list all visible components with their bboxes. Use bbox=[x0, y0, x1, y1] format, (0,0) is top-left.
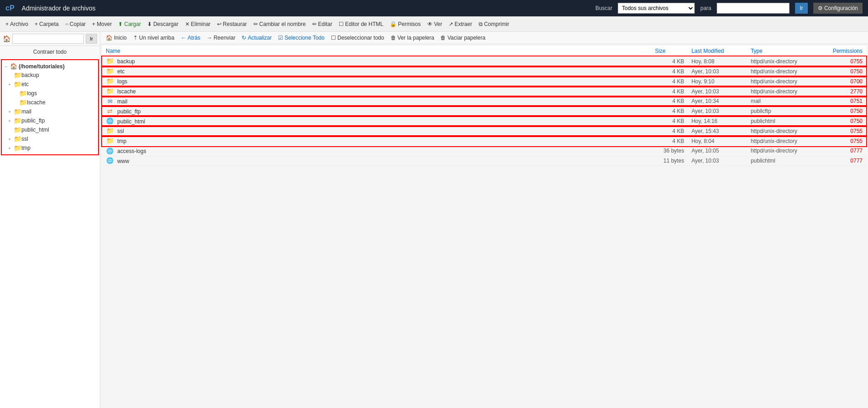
tree-item-backup[interactable]: 📁 backup bbox=[7, 71, 96, 80]
tree-root[interactable]: – 🏠 (/home/tutoriales) bbox=[4, 62, 96, 71]
file-name-cell: 🌐 public_html bbox=[102, 116, 651, 126]
tree-item-mail[interactable]: + 📁 mail bbox=[7, 107, 96, 116]
sidebar-tree: – 🏠 (/home/tutoriales) 📁 backup + 📁 etc … bbox=[2, 60, 98, 154]
table-row[interactable]: 📁 logs 4 KB Hoy, 9:10 httpd/unix-directo… bbox=[102, 76, 866, 87]
view-btn[interactable]: 👁 Ver bbox=[425, 20, 444, 28]
table-row[interactable]: 📁 ssl 4 KB Ayer, 15:43 httpd/unix-direct… bbox=[102, 126, 866, 136]
search-input[interactable] bbox=[717, 3, 790, 14]
file-type-cell: httpd/unix-directory bbox=[747, 87, 829, 97]
col-header-modified[interactable]: Last Modified bbox=[688, 46, 747, 56]
rename-btn[interactable]: ✏ Cambiar el nombre bbox=[252, 20, 308, 28]
select-all-btn[interactable]: ☑ Seleccione Todo bbox=[276, 34, 326, 42]
col-header-permissions[interactable]: Permissions bbox=[829, 46, 866, 56]
file-modified-cell: Ayer, 10:03 bbox=[688, 87, 747, 97]
file-modified-cell: Hoy, 14:16 bbox=[688, 116, 747, 126]
file-type-cell: httpd/unix-directory bbox=[747, 136, 829, 146]
trash-btn[interactable]: 🗑 Ver la papelera bbox=[389, 34, 436, 42]
sidebar: 🏠 Ir Contraer todo – 🏠 (/home/tutoriales… bbox=[0, 32, 100, 408]
table-row[interactable]: 🌐 public_html 4 KB Hoy, 14:16 publichtml… bbox=[102, 116, 866, 126]
sidebar-go-btn[interactable]: Ir bbox=[86, 34, 97, 44]
table-row[interactable]: 🌐 www 11 bytes Ayer, 10:03 publichtml 07… bbox=[102, 156, 866, 166]
tree-item-public-ftp[interactable]: + 📁 public_ftp bbox=[7, 116, 96, 125]
tree-item-lscache[interactable]: 📁 lscache bbox=[13, 98, 96, 107]
file-icon: 📁 bbox=[106, 68, 114, 74]
config-button[interactable]: ⚙ Configuración bbox=[813, 3, 863, 14]
col-header-size[interactable]: Size bbox=[651, 46, 688, 56]
refresh-btn[interactable]: ↻ Actualizar bbox=[240, 34, 274, 42]
file-icon: ⇄ bbox=[106, 108, 114, 114]
public-ftp-expand: + bbox=[8, 118, 14, 123]
file-permissions-cell: 0750 bbox=[829, 116, 866, 126]
tree-item-ssl[interactable]: + 📁 ssl bbox=[7, 134, 96, 143]
file-name-cell: ⇄ public_ftp bbox=[102, 106, 651, 116]
ir-button[interactable]: Ir bbox=[795, 3, 807, 14]
compress-btn[interactable]: ⧉ Comprimir bbox=[477, 20, 511, 28]
table-row[interactable]: 📁 lscache 4 KB Ayer, 10:03 httpd/unix-di… bbox=[102, 87, 866, 97]
file-permissions-cell: 0755 bbox=[829, 126, 866, 136]
tree-item-logs[interactable]: 📁 logs bbox=[13, 89, 96, 98]
sidebar-home-icon[interactable]: 🏠 bbox=[3, 35, 10, 42]
file-size-cell: 4 KB bbox=[651, 76, 688, 87]
mail-expand: + bbox=[8, 109, 14, 114]
search-scope-select[interactable]: Todos sus archivos Solo nombres de archi… bbox=[618, 3, 695, 14]
permissions-btn[interactable]: 🔒 Permisos bbox=[388, 20, 423, 28]
file-modified-cell: Hoy, 8:04 bbox=[688, 136, 747, 146]
up-level-btn[interactable]: ⇡ Un nivel arriba bbox=[131, 34, 176, 42]
file-name-label: access-logs bbox=[117, 148, 146, 154]
forward-btn[interactable]: → Reenviar bbox=[205, 34, 237, 42]
tree-item-etc[interactable]: + 📁 etc bbox=[7, 80, 96, 89]
file-modified-cell: Hoy, 8:08 bbox=[688, 56, 747, 66]
app-title: Administrador de archivos bbox=[22, 5, 96, 12]
collapse-all-btn[interactable]: Contraer todo bbox=[0, 46, 100, 58]
top-bar: cP Administrador de archivos Buscar Todo… bbox=[0, 0, 868, 16]
move-btn[interactable]: + Mover bbox=[90, 20, 114, 28]
tmp-folder-icon: 📁 bbox=[14, 144, 21, 152]
home-btn[interactable]: 🏠 Inicio bbox=[104, 34, 129, 42]
file-name-cell: 📁 backup bbox=[102, 56, 651, 66]
tmp-expand: + bbox=[8, 146, 14, 151]
edit-btn[interactable]: ✏ Editar bbox=[310, 20, 334, 28]
file-permissions-cell: 0755 bbox=[829, 136, 866, 146]
file-icon: 🌐 bbox=[106, 118, 114, 124]
table-row[interactable]: 📁 tmp 4 KB Hoy, 8:04 httpd/unix-director… bbox=[102, 136, 866, 146]
html-editor-btn[interactable]: ☐ Editor de HTML bbox=[337, 20, 385, 28]
tmp-label: tmp bbox=[21, 145, 31, 151]
new-file-btn[interactable]: + Archivo bbox=[4, 20, 30, 28]
restore-btn[interactable]: ↩ Restaurar bbox=[215, 20, 249, 28]
para-label: para bbox=[700, 5, 711, 11]
table-row[interactable]: 🌐 access-logs 36 bytes Ayer, 10:05 httpd… bbox=[102, 146, 866, 156]
file-name-label: public_html bbox=[117, 118, 145, 124]
file-name-label: tmp bbox=[117, 138, 126, 144]
ssl-folder-icon: 📁 bbox=[14, 135, 21, 143]
tree-item-tmp[interactable]: + 📁 tmp bbox=[7, 143, 96, 153]
mail-label: mail bbox=[21, 108, 31, 115]
file-name-label: www bbox=[117, 158, 129, 164]
col-header-type[interactable]: Type bbox=[747, 46, 829, 56]
table-row[interactable]: ⇄ public_ftp 4 KB Ayer, 10:03 publicftp … bbox=[102, 106, 866, 116]
table-row[interactable]: 📁 etc 4 KB Ayer, 10:03 httpd/unix-direct… bbox=[102, 66, 866, 76]
file-permissions-cell: 0777 bbox=[829, 156, 866, 166]
file-modified-cell: Ayer, 10:03 bbox=[688, 106, 747, 116]
backup-label: backup bbox=[21, 72, 39, 78]
file-type-cell: httpd/unix-directory bbox=[747, 76, 829, 87]
file-type-cell: publicftp bbox=[747, 106, 829, 116]
logs-label: logs bbox=[27, 90, 37, 97]
table-row[interactable]: ✉ mail 4 KB Ayer, 10:34 mail 0751 bbox=[102, 97, 866, 107]
delete-btn[interactable]: ✕ Eliminar bbox=[183, 20, 212, 28]
file-name-cell: 📁 logs bbox=[102, 76, 651, 87]
copy-btn[interactable]: ⎓ Copiar bbox=[63, 20, 88, 28]
upload-btn[interactable]: ⬆ Cargar bbox=[116, 20, 143, 28]
tree-item-public-html[interactable]: 📁 public_html bbox=[7, 125, 96, 134]
table-row[interactable]: 📁 backup 4 KB Hoy, 8:08 httpd/unix-direc… bbox=[102, 56, 866, 66]
main-layout: 🏠 Ir Contraer todo – 🏠 (/home/tutoriales… bbox=[0, 32, 868, 408]
col-header-name[interactable]: Name bbox=[102, 46, 651, 56]
empty-trash-btn[interactable]: 🗑 Vaciar papelera bbox=[439, 34, 487, 42]
file-permissions-cell: 0700 bbox=[829, 76, 866, 87]
main-toolbar: + Archivo + Carpeta ⎓ Copiar + Mover ⬆ C… bbox=[0, 16, 868, 32]
new-folder-btn[interactable]: + Carpeta bbox=[33, 20, 61, 28]
back-btn[interactable]: ← Atrás bbox=[179, 34, 202, 42]
sidebar-path-input[interactable] bbox=[12, 34, 84, 44]
deselect-btn[interactable]: ☐ Deseleccionar todo bbox=[329, 34, 386, 42]
extract-btn[interactable]: ↗ Extraer bbox=[447, 20, 474, 28]
download-btn[interactable]: ⬇ Descargar bbox=[145, 20, 180, 28]
